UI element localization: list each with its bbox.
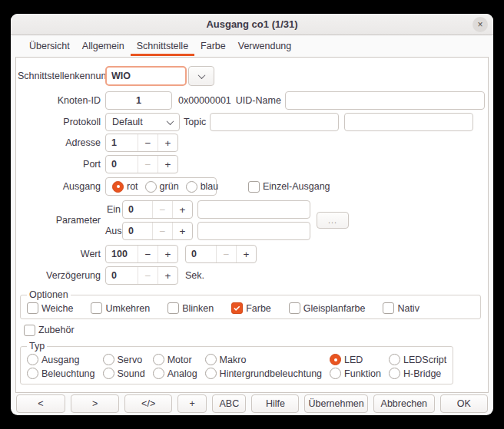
label-parameter: Parameter [18, 215, 105, 226]
param-aus-decrement-button[interactable]: − [152, 223, 172, 239]
wert-2-increment-button[interactable]: + [236, 246, 256, 262]
topic-input-1[interactable] [210, 113, 339, 131]
tab-label: Übersicht [29, 41, 70, 51]
wert-1-value[interactable]: 100 [106, 246, 138, 262]
param-aus-value[interactable]: 0 [123, 223, 152, 239]
label-protokoll: Protokoll [18, 117, 105, 127]
tab-schnittstelle[interactable]: Schnittstelle [131, 35, 194, 57]
wert-1-increment-button[interactable]: + [158, 246, 177, 262]
next-button[interactable]: > [71, 394, 119, 413]
checkbox-gleisplanfarbe[interactable]: Gleisplanfarbe [289, 302, 366, 314]
uid-name-input[interactable] [285, 91, 485, 110]
radio-makro[interactable]: Makro [205, 354, 322, 365]
radio-blau[interactable]: blau [186, 181, 219, 193]
single-output-checkbox[interactable]: Einzel-Ausgang [248, 181, 330, 193]
radio-hbridge[interactable]: H-Bridge [389, 368, 446, 379]
footer-button-row: < > </> + ABC Hilfe Übernehmen Abbrechen… [11, 393, 493, 415]
wert-2-decrement-button[interactable]: − [216, 246, 236, 262]
dialog-window: Ausgang co1 (1/31) × Übersicht Allgemein… [11, 14, 493, 415]
param-more-button[interactable]: ... [317, 212, 349, 229]
radio-motor[interactable]: Motor [153, 354, 197, 365]
node-id-input[interactable] [105, 91, 172, 110]
radio-beleuchtung[interactable]: Beleuchtung [27, 368, 95, 379]
param-ein-decrement-button[interactable]: − [152, 201, 172, 218]
checkbox-blinken[interactable]: Blinken [167, 302, 214, 314]
window-title: Ausgang co1 (1/31) [206, 18, 297, 30]
port-value[interactable]: 0 [106, 156, 138, 173]
wert-spinbox-1: 100 − + [105, 245, 178, 263]
checkbox-box [289, 302, 300, 314]
help-button[interactable]: Hilfe [251, 394, 299, 413]
port-decrement-button[interactable]: − [138, 156, 158, 173]
radio-led[interactable]: LED [330, 354, 381, 365]
label-port: Port [18, 159, 105, 170]
prev-button[interactable]: < [16, 394, 65, 413]
delay-value[interactable]: 0 [106, 267, 138, 284]
protocol-select[interactable]: Default [105, 113, 180, 131]
label-aus: Aus [105, 226, 121, 236]
param-ein-value[interactable]: 0 [123, 201, 152, 218]
delay-increment-button[interactable]: + [158, 267, 177, 284]
param-ein-text-input[interactable] [197, 200, 310, 219]
radio-servo[interactable]: Servo [103, 354, 145, 365]
radio-hintergrundbeleuchtung[interactable]: Hintergrundbeleuchtung [205, 368, 322, 379]
address-value[interactable]: 1 [106, 134, 138, 151]
tab-farbe[interactable]: Farbe [194, 35, 232, 57]
param-aus-increment-button[interactable]: + [172, 223, 192, 239]
radio-gruen[interactable]: grün [145, 181, 179, 193]
topic-input-2[interactable] [344, 113, 473, 131]
titlebar[interactable]: Ausgang co1 (1/31) × [11, 14, 493, 35]
protocol-row: Protokoll Default Topic [18, 113, 485, 131]
radio-dot [330, 354, 341, 365]
radio-dot [389, 354, 400, 365]
close-button[interactable]: × [472, 17, 488, 32]
radio-rot[interactable]: rot [112, 181, 138, 193]
checkbox-weiche[interactable]: Weiche [27, 302, 73, 314]
checkbox-nativ[interactable]: Nativ [383, 302, 419, 314]
address-spinbox: 1 − + [105, 134, 178, 152]
radio-ausgang[interactable]: Ausgang [27, 354, 95, 365]
radio-funktion[interactable]: Funktion [330, 368, 381, 379]
parameter-rows: Ein 0 − + Aus 0 − + [105, 200, 310, 240]
delay-row: Verzögerung 0 − + Sek. [18, 266, 485, 285]
output-color-radio-group: rot grün blau [105, 177, 217, 196]
code-button[interactable]: </> [124, 394, 172, 413]
param-aus-text-input[interactable] [197, 222, 310, 240]
param-ein-increment-button[interactable]: + [172, 201, 192, 218]
label-uid-name: UID-Name [236, 95, 281, 106]
radio-sound[interactable]: Sound [103, 368, 145, 379]
port-increment-button[interactable]: + [158, 156, 177, 173]
cancel-button[interactable]: Abbrechen [373, 394, 435, 413]
tab-bar: Übersicht Allgemein Schnittstelle Farbe … [11, 35, 493, 57]
tab-allgemein[interactable]: Allgemein [76, 35, 131, 57]
radio-ledscript[interactable]: LEDScript [389, 354, 446, 365]
output-row: Ausgang rot grün blau Einzel-Ausgang [18, 177, 485, 196]
wert-2-value[interactable]: 0 [186, 246, 216, 262]
radio-analog[interactable]: Analog [153, 368, 197, 379]
node-id-hex-value: 0x00000001 [178, 95, 231, 106]
port-spinbox: 0 − + [105, 155, 178, 173]
radio-label: rot [127, 181, 138, 192]
checkbox-label: Nativ [397, 303, 419, 314]
address-increment-button[interactable]: + [158, 134, 177, 151]
address-decrement-button[interactable]: − [138, 134, 158, 151]
interface-id-dropdown-button[interactable] [188, 66, 214, 86]
wert-1-decrement-button[interactable]: − [138, 246, 158, 262]
add-button[interactable]: + [177, 394, 207, 413]
radio-label: LEDScript [403, 355, 446, 365]
delay-decrement-button[interactable]: − [138, 267, 158, 284]
interface-id-input[interactable] [105, 66, 187, 86]
label-ein: Ein [105, 204, 121, 215]
close-icon: × [477, 19, 482, 30]
radio-label: H-Bridge [403, 368, 441, 379]
checkbox-farbe[interactable]: Farbe [231, 302, 271, 314]
options-legend: Optionen [27, 289, 71, 300]
ok-button[interactable]: OK [440, 394, 488, 413]
zubehoer-checkbox[interactable]: Zubehör [24, 324, 485, 336]
tab-uebersicht[interactable]: Übersicht [23, 35, 76, 57]
tab-verwendung[interactable]: Verwendung [232, 35, 298, 57]
parameter-ein-row: Ein 0 − + [105, 200, 310, 219]
abc-button[interactable]: ABC [212, 394, 246, 413]
apply-button[interactable]: Übernehmen [304, 394, 367, 413]
checkbox-umkehren[interactable]: Umkehren [91, 302, 150, 314]
